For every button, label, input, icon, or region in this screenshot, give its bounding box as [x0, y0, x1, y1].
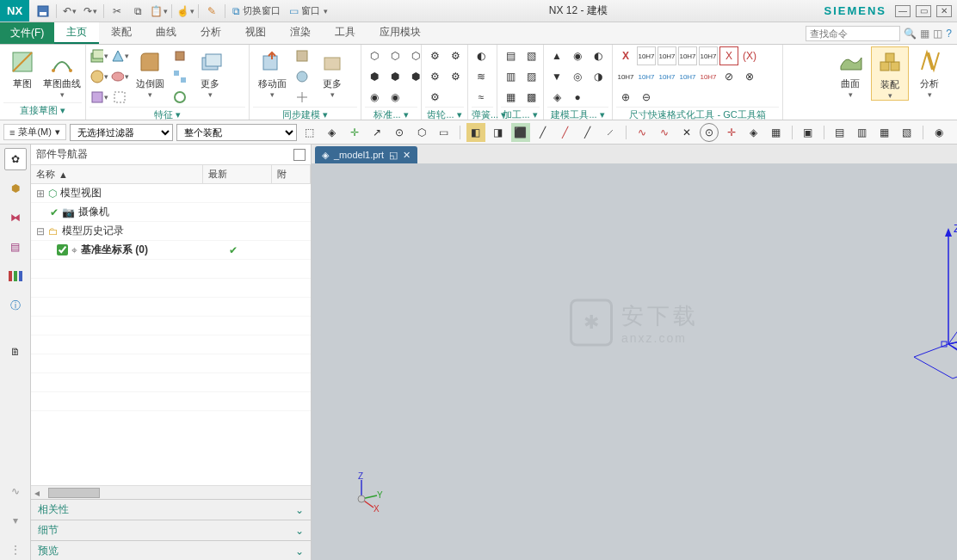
mach-2-icon[interactable]: ▥: [501, 67, 520, 86]
sb-5-icon[interactable]: ⊙: [390, 123, 409, 142]
col-name[interactable]: 名称 ▲: [31, 165, 203, 183]
dim-t6[interactable]: 10H7: [637, 67, 656, 86]
surface-button[interactable]: 曲面▾: [831, 46, 869, 99]
feat-1-icon[interactable]: ▾: [90, 46, 108, 65]
tab-view[interactable]: 视图: [233, 22, 278, 44]
tab-home[interactable]: 主页: [54, 22, 99, 44]
sb-12-icon[interactable]: ╱: [556, 123, 575, 142]
eraser-icon[interactable]: ✎: [202, 2, 221, 21]
tree-history[interactable]: ⊟ 🗀 模型历史记录: [31, 222, 311, 241]
mach-1-icon[interactable]: ▤: [501, 46, 520, 65]
sb-9-icon[interactable]: ◨: [489, 123, 508, 142]
touch-icon[interactable]: ☝▾: [176, 2, 194, 21]
assembly-dropdown[interactable]: 整个装配: [176, 124, 297, 141]
spring-1-icon[interactable]: ◐: [472, 46, 491, 65]
tab-analyze[interactable]: 分析: [188, 22, 233, 44]
sb-11-icon[interactable]: ╱: [534, 123, 553, 142]
dim-t8[interactable]: 10H7: [678, 67, 697, 86]
reuse-library-icon[interactable]: ▤: [4, 236, 27, 258]
analyze-button[interactable]: 分析▾: [911, 46, 948, 99]
sb-3-icon[interactable]: ✛: [345, 123, 364, 142]
mt-3-icon[interactable]: ◈: [547, 88, 566, 107]
spring-2-icon[interactable]: ≋: [472, 67, 491, 86]
dim-x-icon[interactable]: X: [616, 46, 635, 65]
feat-9-icon[interactable]: [170, 88, 189, 107]
sb-19-icon[interactable]: ✛: [722, 123, 741, 142]
dim-i3-icon[interactable]: ⊕: [616, 88, 635, 107]
dim-i2-icon[interactable]: ⊗: [740, 67, 759, 86]
redo-icon[interactable]: ↷▾: [81, 2, 100, 21]
help-icon[interactable]: ?: [946, 28, 952, 40]
sb-27-icon[interactable]: ◉: [929, 123, 948, 142]
sb-4-icon[interactable]: ↗: [367, 123, 386, 142]
tree-model-view[interactable]: ⊞ ⬡ 模型视图: [31, 184, 311, 203]
close-icon[interactable]: ✕: [936, 5, 952, 17]
gear-5-icon[interactable]: ⚙: [446, 67, 465, 86]
sb-8-icon[interactable]: ◧: [466, 123, 485, 142]
part-navigator-icon[interactable]: ✿: [4, 148, 27, 170]
mt-2-icon[interactable]: ▼: [547, 67, 566, 86]
layout-icon[interactable]: ▦: [920, 28, 929, 40]
dim-t9[interactable]: 10H7: [699, 67, 718, 86]
sb-23-icon[interactable]: ▤: [830, 123, 849, 142]
panel-preview[interactable]: 预览⌄: [31, 540, 311, 560]
dim-t2[interactable]: 10H7: [658, 46, 676, 65]
more-icon[interactable]: ⋮: [4, 538, 27, 560]
sb-25-icon[interactable]: ▦: [875, 123, 894, 142]
system-icon[interactable]: ∿: [4, 480, 27, 502]
sb-6-icon[interactable]: ⬡: [412, 123, 431, 142]
tab-assembly[interactable]: 装配: [99, 22, 144, 44]
tab-curve[interactable]: 曲线: [144, 22, 188, 44]
feature-more-button[interactable]: 更多▾: [191, 46, 229, 99]
feat-8-icon[interactable]: [170, 67, 189, 86]
std-5-icon[interactable]: ⬢: [386, 67, 404, 86]
hd3d-icon[interactable]: [4, 265, 27, 287]
mach-4-icon[interactable]: ▧: [522, 46, 540, 65]
sb-13-icon[interactable]: ╱: [578, 123, 597, 142]
dim-t7[interactable]: 10H7: [658, 67, 676, 86]
std-4-icon[interactable]: ⬡: [386, 46, 404, 65]
sketch-curve-button[interactable]: 草图曲线▾: [43, 46, 81, 99]
save-icon[interactable]: [34, 2, 52, 21]
mt-1-icon[interactable]: ▲: [547, 46, 566, 65]
std-3-icon[interactable]: ◉: [365, 88, 384, 107]
datum-checkbox[interactable]: [57, 244, 68, 255]
dim-t4[interactable]: 10H7: [699, 46, 718, 65]
history-icon[interactable]: 🗎: [4, 341, 27, 363]
feat-4-icon[interactable]: ▾: [110, 46, 129, 65]
search-icon[interactable]: 🔍: [904, 28, 917, 40]
minimize-icon[interactable]: —: [895, 5, 911, 17]
command-search-input[interactable]: [806, 26, 900, 41]
copy-icon[interactable]: ⧉: [128, 2, 147, 21]
paste-icon[interactable]: 📋▾: [149, 2, 168, 21]
mt-5-icon[interactable]: ◎: [568, 67, 587, 86]
tree-datum[interactable]: ⌖ 基准坐标系 (0) ✔: [31, 241, 311, 260]
cut-icon[interactable]: ✂: [108, 2, 127, 21]
sync-1-icon[interactable]: [293, 46, 312, 65]
internet-icon[interactable]: ⓘ: [4, 294, 27, 317]
assembly-button[interactable]: 装配▾: [871, 46, 909, 101]
move-face-button[interactable]: 移动面▾: [253, 46, 291, 99]
sb-10-icon[interactable]: ⬛: [511, 123, 530, 142]
file-menu[interactable]: 文件(F): [0, 22, 54, 44]
switch-window-icon[interactable]: ⧉切换窗口: [229, 2, 284, 21]
feat-2-icon[interactable]: ▾: [90, 67, 108, 86]
feat-5-icon[interactable]: ▾: [110, 67, 129, 86]
feat-3-icon[interactable]: ▾: [90, 88, 108, 107]
window-menu-icon[interactable]: ▭窗口▾: [286, 2, 331, 21]
dim-i4-icon[interactable]: ⊖: [637, 88, 656, 107]
document-tab[interactable]: ◈ _model1.prt ◱ ✕: [315, 146, 417, 163]
sb-14-icon[interactable]: ⟋: [601, 123, 620, 142]
panel-dependency[interactable]: 相关性⌄: [31, 499, 311, 520]
toggle-icon[interactable]: ▾: [4, 509, 27, 532]
mt-4-icon[interactable]: ◉: [568, 46, 587, 65]
tree-camera[interactable]: ✔ 📷 摄像机: [31, 203, 311, 222]
sb-22-icon[interactable]: ▣: [799, 123, 818, 142]
panel-detail[interactable]: 细节⌄: [31, 520, 311, 540]
mt-7-icon[interactable]: ◐: [589, 46, 608, 65]
sync-more-button[interactable]: 更多▾: [313, 46, 351, 99]
col-attach[interactable]: 附: [272, 165, 311, 183]
gear-3-icon[interactable]: ⚙: [425, 88, 444, 107]
sb-2-icon[interactable]: ◈: [323, 123, 342, 142]
tab-close-icon[interactable]: ✕: [403, 150, 411, 161]
